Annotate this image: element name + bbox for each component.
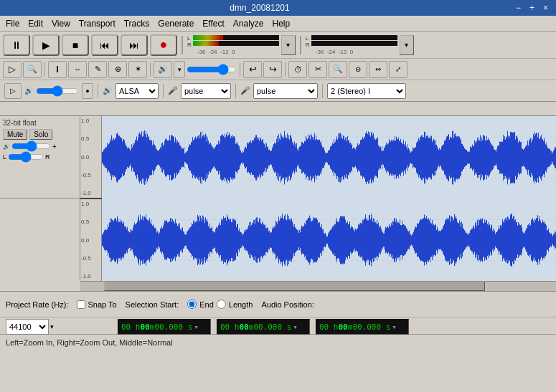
vu-scale-right: -36 -24 -12 0 (316, 49, 353, 55)
menu-file[interactable]: File (1, 17, 24, 30)
zoom-in-tool[interactable]: 🔍 (23, 61, 42, 78)
waveform-canvas-2[interactable] (102, 199, 556, 281)
sel-end-sec: 00.000 s (253, 322, 291, 332)
gain-slider[interactable] (36, 87, 79, 95)
fast-forward-button[interactable]: ⏭ (121, 34, 148, 56)
volume-btn[interactable]: 🔊 (154, 61, 172, 78)
y-label-1-n05: -0.5 (81, 172, 100, 178)
record-button[interactable]: ● (150, 34, 177, 56)
titlebar: dmn_20081201 − + × (0, 0, 556, 16)
sel-start-sec: 00.000 s (154, 322, 192, 332)
timer-btn[interactable]: ⏱ (288, 61, 307, 78)
stereo-select[interactable]: 2 (Stereo) I (327, 83, 406, 99)
y-axis-1: 1.0 0.5 0.0 -0.5 -1.0 (80, 116, 102, 198)
play-start-btn[interactable]: ▷ (4, 83, 22, 99)
audio-position-time[interactable]: 00 h 00 m 00.000 s ▾ (316, 319, 409, 335)
menu-analyze[interactable]: Analyze (229, 17, 268, 30)
lr-label-right: LR (306, 35, 310, 48)
pause-button[interactable]: ⏸ (3, 34, 30, 56)
draw-tool[interactable]: ✎ (88, 61, 107, 78)
play-cursor-tool[interactable]: ▷ (3, 61, 22, 78)
gain-icon: 🔊 (24, 87, 33, 95)
stop-button[interactable]: ■ (62, 34, 89, 56)
maximize-btn[interactable]: + (527, 3, 537, 13)
y-label-2-n1: -1.0 (81, 273, 100, 279)
selection-start-time[interactable]: 00 h 00 m 00.000 s ▾ (118, 319, 211, 335)
vu-controls-left[interactable]: ▾ (281, 35, 296, 55)
gain-reset-btn[interactable]: ● (82, 83, 93, 99)
waveform-canvas-1[interactable] (102, 116, 556, 199)
mute-button[interactable]: Mute (3, 129, 27, 140)
zoomfit-btn[interactable]: ⇔ (369, 61, 387, 78)
project-rate-select[interactable]: 44100 (6, 319, 49, 335)
h-scrollbar[interactable] (80, 281, 556, 291)
multi-tool[interactable]: ✶ (128, 61, 147, 78)
gain-knob-icon: 🔊 (3, 143, 10, 150)
zoomout-btn[interactable]: ⊖ (349, 61, 367, 78)
y-label-1-center: 0.0 (81, 154, 100, 161)
audio-pos-arrow[interactable]: ▾ (392, 322, 397, 332)
project-rate-group: Project Rate (Hz): (6, 300, 68, 309)
vu-controls-right[interactable]: ▾ (400, 35, 414, 55)
volume-dropdown[interactable]: ▾ (174, 61, 185, 78)
minimize-btn[interactable]: − (514, 3, 523, 13)
envelope-tool[interactable]: ↔ (68, 61, 87, 78)
channel-select[interactable]: pulse (253, 83, 318, 99)
menu-transport[interactable]: Transport (75, 17, 120, 30)
snap-checkbox[interactable] (77, 300, 85, 309)
selection-tool[interactable]: I (48, 61, 67, 78)
sel-start-arrow[interactable]: ▾ (194, 322, 199, 332)
undo-btn[interactable]: ↩ (243, 61, 262, 78)
zoom2-btn[interactable]: 🔍 (329, 61, 347, 78)
snap-label: Snap To (88, 300, 116, 309)
record-device-select[interactable]: pulse (181, 83, 231, 99)
waveform-channel-2[interactable]: 1.0 0.5 0.0 -0.5 -1.0 (80, 199, 556, 281)
sep-device-2 (163, 84, 164, 98)
clip-btn[interactable]: ✂ (308, 61, 327, 78)
zoom-tool[interactable]: ⊕ (108, 61, 127, 78)
playback-device-select[interactable]: ALSA (116, 83, 159, 99)
length-label: Length (229, 300, 253, 309)
y-label-2-0: 1.0 (81, 201, 100, 207)
menu-help[interactable]: Help (268, 17, 295, 30)
sep-device-3 (235, 84, 236, 98)
track-header-2 (0, 199, 80, 281)
menu-effect[interactable]: Effect (198, 17, 228, 30)
sep-device-4 (322, 84, 323, 98)
rate-dropdown-arrow[interactable]: ▾ (50, 323, 54, 330)
sel-end-m-label: m (249, 322, 254, 332)
menu-tracks[interactable]: Tracks (120, 17, 154, 30)
audio-position-group: Audio Position: (261, 300, 314, 309)
tools-toolbar: ▷ 🔍 I ↔ ✎ ⊕ ✶ 🔊 ▾ ↩ ↪ ⏱ ✂ 🔍 ⊖ ⇔ ⤢ (0, 59, 556, 80)
volume-slider[interactable] (187, 64, 237, 75)
waveform-area: 1.0 0.5 0.0 -0.5 -1.0 1.0 0.5 0.0 -0.5 -… (80, 116, 556, 281)
rewind-button[interactable]: ⏮ (91, 34, 118, 56)
y-axis-2: 1.0 0.5 0.0 -0.5 -1.0 (80, 199, 102, 281)
end-radio[interactable] (187, 300, 197, 309)
bottom-panel: Project Rate (Hz): Snap To Selection Sta… (0, 291, 556, 334)
track-gain-slider[interactable] (11, 142, 51, 150)
menu-edit[interactable]: Edit (24, 17, 47, 30)
track-pan-slider[interactable] (8, 153, 44, 161)
gain-add-icon: + (52, 143, 57, 150)
waveform-channel-1[interactable]: 1.0 0.5 0.0 -0.5 -1.0 (80, 116, 556, 199)
sel-end-arrow[interactable]: ▾ (293, 322, 298, 332)
lr-label-left: LR (187, 35, 192, 48)
close-btn[interactable]: × (541, 3, 550, 13)
play-button[interactable]: ▶ (32, 34, 60, 56)
y-label-2-05: 0.5 (81, 219, 100, 225)
selection-end-time[interactable]: 00 h 00 m 00.000 s ▾ (217, 319, 310, 335)
y-label-1-n1: -1.0 (81, 190, 100, 196)
redo-btn[interactable]: ↪ (263, 61, 282, 78)
title-text: dmn_20081201 (6, 3, 514, 13)
sel-start-min: 00 (141, 322, 150, 332)
menu-generate[interactable]: Generate (154, 17, 198, 30)
solo-button[interactable]: Solo (29, 129, 52, 140)
extra-btn[interactable]: ⤢ (389, 61, 407, 78)
h-scroll-thumb[interactable] (104, 282, 484, 291)
separator-2 (300, 36, 301, 54)
vu-meter-left: LR -36 -24 -12 0 (187, 35, 279, 55)
length-radio[interactable] (217, 300, 226, 309)
menu-view[interactable]: View (47, 17, 75, 30)
selection-start-label: Selection Start: (126, 300, 179, 309)
